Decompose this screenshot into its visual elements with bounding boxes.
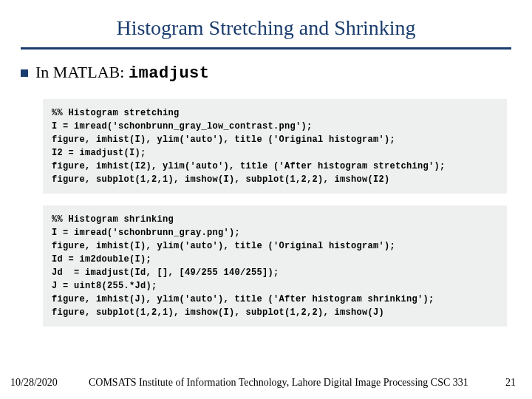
page-title: Histogram Stretching and Shrinking [21, 16, 511, 40]
code-block-stretching: %% Histogram stretching I = imread('scho… [43, 99, 507, 194]
footer-institution: COMSATS Institute of Information Technol… [58, 377, 499, 389]
slide-footer: 10/28/2020 COMSATS Institute of Informat… [0, 377, 532, 389]
footer-date: 10/28/2020 [4, 377, 58, 389]
slide: Histogram Stretching and Shrinking In MA… [0, 0, 532, 399]
square-bullet-icon [21, 69, 28, 77]
title-divider [21, 47, 511, 50]
bullet-item: In MATLAB: imadjust [21, 63, 511, 83]
bullet-text: In MATLAB: imadjust [35, 63, 210, 83]
code-block-shrinking: %% Histogram shrinking I = imread('schon… [43, 205, 507, 327]
bullet-lead: In MATLAB: [35, 63, 129, 81]
bullet-command: imadjust [129, 64, 210, 83]
footer-page-number: 21 [499, 377, 516, 389]
